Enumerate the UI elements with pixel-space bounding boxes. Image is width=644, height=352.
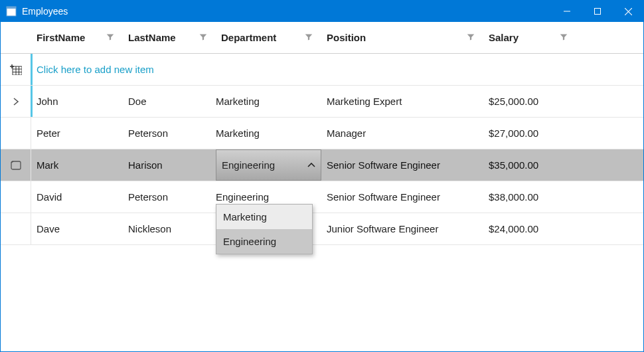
app-icon [6, 6, 17, 17]
row-indicator[interactable] [1, 86, 31, 117]
cell-lastname[interactable]: Harison [123, 149, 216, 181]
add-new-indicator [1, 54, 31, 85]
cell-position[interactable]: Senior Software Engineer [321, 181, 483, 213]
minimize-button[interactable] [552, 1, 582, 22]
table-row[interactable]: PeterPetersonMarketingManager$27,000.00 [1, 118, 643, 149]
svg-rect-3 [595, 9, 601, 15]
table-row[interactable]: DaveNicklesonEngineeringJunior Software … [1, 213, 643, 245]
column-header-row: FirstName LastName Department Position S… [1, 22, 643, 54]
cell-firstname[interactable]: David [31, 181, 123, 213]
close-button[interactable] [613, 1, 643, 22]
column-label: FirstName [37, 32, 85, 43]
dropdown-option[interactable]: Marketing [216, 205, 312, 229]
table-row[interactable]: JohnDoeMarketingMarketing Expert$25,000.… [1, 86, 643, 118]
column-label: Position [327, 32, 366, 43]
column-header-lastname[interactable]: LastName [123, 22, 216, 53]
cell-lastname[interactable]: Peterson [123, 181, 216, 213]
add-new-row[interactable]: Click here to add new item [1, 54, 643, 86]
filter-icon[interactable] [199, 33, 208, 43]
row-marker [31, 86, 33, 117]
cell-salary[interactable]: $24,000.00 [483, 213, 576, 244]
window-title: Employees [22, 6, 68, 17]
cell-department[interactable]: Marketing [216, 86, 321, 117]
cell-lastname[interactable]: Doe [123, 86, 216, 117]
row-marker [31, 54, 33, 85]
chevron-up-icon [307, 163, 315, 168]
cell-position[interactable]: Junior Software Engineer [321, 213, 483, 244]
filter-icon[interactable] [305, 33, 314, 43]
row-indicator[interactable] [1, 213, 31, 244]
cell-position[interactable]: Marketing Expert [321, 86, 483, 117]
svg-rect-1 [7, 7, 16, 9]
cell-firstname[interactable]: Mark [31, 149, 123, 181]
column-header-firstname[interactable]: FirstName [31, 22, 123, 53]
add-row-icon [10, 64, 22, 75]
department-dropdown[interactable]: MarketingEngineering [216, 204, 313, 254]
cell-salary[interactable]: $25,000.00 [483, 86, 576, 117]
chevron-right-icon [13, 98, 19, 106]
edit-row-icon [11, 161, 21, 170]
table-row[interactable]: DavidPetersonEngineeringSenior Software … [1, 181, 643, 213]
cell-department[interactable]: Engineering [216, 149, 321, 181]
cell-lastname[interactable]: Peterson [123, 118, 216, 149]
combobox-value: Engineering [222, 159, 275, 171]
svg-rect-6 [13, 66, 22, 75]
filter-icon[interactable] [106, 33, 116, 43]
data-grid: FirstName LastName Department Position S… [1, 22, 643, 245]
filter-icon[interactable] [560, 33, 569, 43]
row-indicator-header [1, 22, 31, 53]
cell-lastname[interactable]: Nickleson [123, 213, 216, 244]
dropdown-option[interactable]: Engineering [216, 229, 312, 254]
maximize-button[interactable] [582, 1, 613, 22]
column-header-department[interactable]: Department [216, 22, 321, 53]
row-indicator[interactable] [1, 149, 31, 181]
cell-salary[interactable]: $38,000.00 [483, 181, 576, 213]
cell-position[interactable]: Senior Software Engineer [321, 149, 483, 181]
rows-container: JohnDoeMarketingMarketing Expert$25,000.… [1, 86, 643, 245]
cell-position[interactable]: Manager [321, 118, 483, 149]
cell-firstname[interactable]: Peter [31, 118, 123, 149]
cell-firstname[interactable]: Dave [31, 213, 123, 244]
filter-icon[interactable] [467, 33, 476, 43]
column-header-position[interactable]: Position [321, 22, 483, 53]
svg-rect-13 [11, 161, 21, 169]
column-header-salary[interactable]: Salary [483, 22, 576, 53]
cell-salary[interactable]: $35,000.00 [483, 149, 576, 181]
titlebar: Employees [1, 1, 643, 22]
row-indicator[interactable] [1, 181, 31, 213]
cell-salary[interactable]: $27,000.00 [483, 118, 576, 149]
column-label: Department [221, 32, 276, 43]
column-label: LastName [128, 32, 176, 43]
department-combobox[interactable]: Engineering [216, 149, 321, 181]
table-row[interactable]: MarkHarisonEngineeringSenior Software En… [1, 149, 643, 181]
cell-department[interactable]: Marketing [216, 118, 321, 149]
row-indicator[interactable] [1, 118, 31, 149]
add-new-text[interactable]: Click here to add new item [31, 54, 643, 85]
cell-firstname[interactable]: John [31, 86, 123, 117]
column-label: Salary [489, 32, 519, 43]
